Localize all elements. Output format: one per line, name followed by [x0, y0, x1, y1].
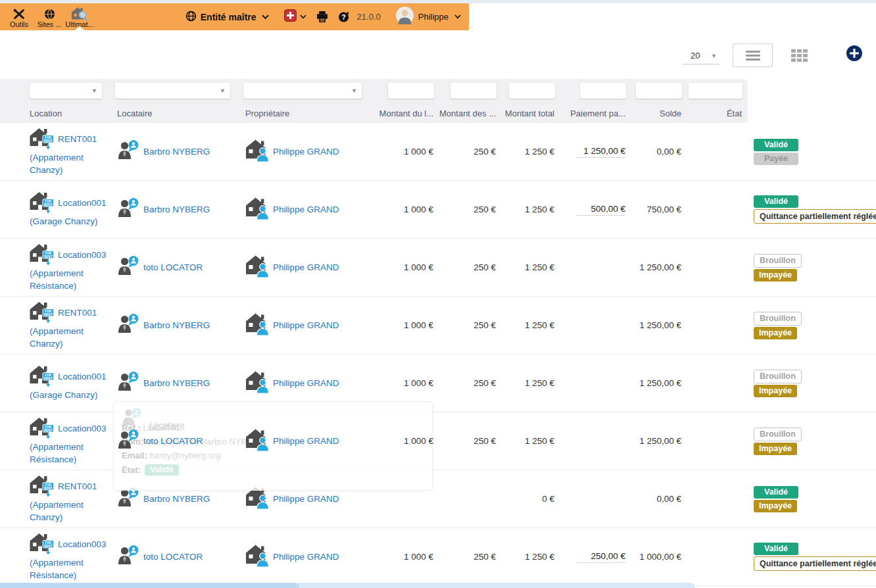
charges-amount: 250 €: [439, 378, 502, 388]
status-badge: Brouillon: [754, 428, 802, 441]
status-badge: Impayée: [754, 443, 797, 455]
menu-item-label: Outils: [10, 20, 28, 28]
owner-link[interactable]: Philippe GRAND: [273, 147, 339, 157]
payment-input[interactable]: [576, 204, 625, 216]
payment-input[interactable]: [576, 551, 625, 563]
status-badge: Quittance partiellement réglée: [754, 209, 876, 224]
column-header-solde[interactable]: Solde: [631, 103, 687, 118]
tenant-icon: [117, 371, 143, 395]
page-size-select[interactable]: 20 ▼: [683, 47, 719, 64]
rent-amount: 1 000 €: [375, 147, 439, 157]
status-badge: Quittance partiellement réglée: [754, 556, 876, 571]
total-amount: 1 250 €: [502, 262, 560, 272]
tenant-link[interactable]: Barbro NYBERG: [143, 147, 210, 157]
column-header-paiement-pa[interactable]: Paiement pa...: [560, 103, 631, 118]
entity-dropdown[interactable]: Entité maître: [185, 11, 269, 24]
status-badges: ValidéQuittance partiellement réglée: [748, 541, 876, 572]
location-cell: FORRENTLocation003 (Appartement Résistan…: [30, 533, 116, 581]
house-rent-icon: FORRENT: [30, 372, 58, 381]
location-cell: FORRENTRENT001 (Appartement Chanzy): [30, 301, 116, 350]
print-button[interactable]: [316, 11, 328, 22]
globe-dark-icon: [44, 7, 55, 20]
total-amount: 1 250 €: [502, 320, 560, 330]
filter-select-propri-taire[interactable]: ▼: [243, 83, 362, 99]
owner-link[interactable]: Philippe GRAND: [273, 262, 339, 272]
svg-text:?: ?: [341, 12, 346, 20]
tenant-link[interactable]: Barbro NYBERG: [143, 320, 210, 330]
owner-link[interactable]: Philippe GRAND: [273, 552, 339, 562]
add-button[interactable]: [846, 45, 862, 61]
svg-text:RENT: RENT: [44, 486, 53, 489]
owner-link[interactable]: Philippe GRAND: [273, 378, 339, 388]
status-badge: Impayée: [754, 327, 797, 339]
tenant-link[interactable]: toto LOCATOR: [143, 262, 203, 272]
balance-amount: 1 250,00 €: [631, 378, 687, 388]
owner-cell: Philippe GRAND: [243, 197, 375, 222]
svg-text:RENT: RENT: [44, 139, 53, 142]
status-badges: ValidéImpayée: [748, 485, 876, 514]
status-badges: BrouillonImpayée: [748, 253, 876, 283]
rent-amount: 1 000 €: [375, 205, 439, 214]
tenant-link[interactable]: toto LOCATOR: [143, 552, 203, 562]
tenant-icon: [117, 139, 143, 164]
owner-link[interactable]: Philippe GRAND: [273, 320, 339, 330]
list-view-button[interactable]: [733, 43, 773, 67]
rent-amount: 1 000 €: [375, 378, 439, 388]
help-button[interactable]: ?: [338, 11, 350, 23]
filter-input-montant-du-l[interactable]: [388, 83, 434, 99]
app-window: OutilsSites ...Ultimat... Entité maître: [0, 0, 876, 588]
status-badges: BrouillonImpayée: [748, 310, 876, 341]
filter-input-montant-des[interactable]: [450, 83, 497, 99]
filter-input-montant-total[interactable]: [509, 83, 555, 99]
menu-item-outils[interactable]: Outils: [4, 3, 34, 30]
status-badges: ValidéQuittance partiellement réglée: [748, 194, 876, 225]
column-header-montant-du-l[interactable]: Montant du l...: [375, 103, 439, 118]
payment-input[interactable]: [576, 146, 625, 158]
house-rent-icon: FORRENT: [30, 539, 58, 549]
grid-view-button[interactable]: [779, 43, 819, 67]
tenant-link[interactable]: Barbro NYBERG: [143, 378, 210, 388]
owner-house-icon: [245, 545, 273, 570]
table-row: FORRENTRENT001 (Appartement Chanzy)Barbr…: [0, 123, 876, 181]
tenant-cell: Barbro NYBERG: [115, 371, 243, 395]
entity-label: Entité maître: [201, 12, 256, 22]
filter-input-solde[interactable]: [636, 83, 682, 99]
tenant-cell: Barbro NYBERG: [115, 197, 243, 222]
owner-link[interactable]: Philippe GRAND: [273, 494, 339, 504]
rent-amount: 1 000 €: [375, 436, 439, 446]
owner-link[interactable]: Philippe GRAND: [273, 436, 339, 446]
column-header-locataire[interactable]: Locataire: [115, 103, 243, 118]
owner-cell: Philippe GRAND: [243, 545, 375, 570]
filter-input-paiement-pa[interactable]: [580, 83, 626, 99]
list-toolbar: 20 ▼: [0, 38, 876, 71]
tenant-link[interactable]: Barbro NYBERG: [143, 494, 210, 504]
tools-icon: [12, 7, 26, 20]
column-header-montant-total[interactable]: Montant total: [502, 103, 560, 118]
status-badges: ValidéPayée: [748, 137, 876, 166]
language-selector[interactable]: [284, 9, 306, 24]
column-header-montant-des[interactable]: Montant des ...: [439, 103, 502, 118]
owner-cell: Philippe GRAND: [243, 429, 375, 454]
filter-select-location[interactable]: ▼: [30, 83, 102, 99]
status-badges: BrouillonImpayée: [748, 368, 876, 399]
charges-amount: 250 €: [439, 320, 502, 330]
menu-item-ultimat[interactable]: Ultimat...: [64, 3, 95, 30]
column-header--tat[interactable]: État: [687, 103, 748, 118]
filter-select-locataire[interactable]: ▼: [115, 83, 230, 99]
menu-item-sites[interactable]: Sites ...: [34, 3, 64, 30]
owner-cell: Philippe GRAND: [243, 371, 375, 396]
owner-link[interactable]: Philippe GRAND: [273, 205, 339, 214]
location-cell: FORRENTRENT001 (Appartement Chanzy): [30, 128, 116, 176]
status-badge: Brouillon: [754, 254, 802, 268]
user-name: Philippe: [418, 12, 449, 22]
tenant-link[interactable]: Barbro NYBERG: [143, 205, 210, 214]
user-menu[interactable]: Philippe: [396, 7, 461, 27]
total-amount: 1 250 €: [502, 436, 560, 446]
filter-input--tat[interactable]: [689, 83, 742, 99]
rent-amount: 1 000 €: [375, 320, 439, 330]
svg-text:RENT: RENT: [44, 544, 53, 547]
column-header-location[interactable]: Location: [0, 103, 115, 118]
column-header-propri-taire[interactable]: Propriétaire: [243, 103, 375, 118]
tenant-link[interactable]: toto LOCATOR: [143, 436, 203, 446]
charges-amount: 250 €: [439, 147, 502, 157]
